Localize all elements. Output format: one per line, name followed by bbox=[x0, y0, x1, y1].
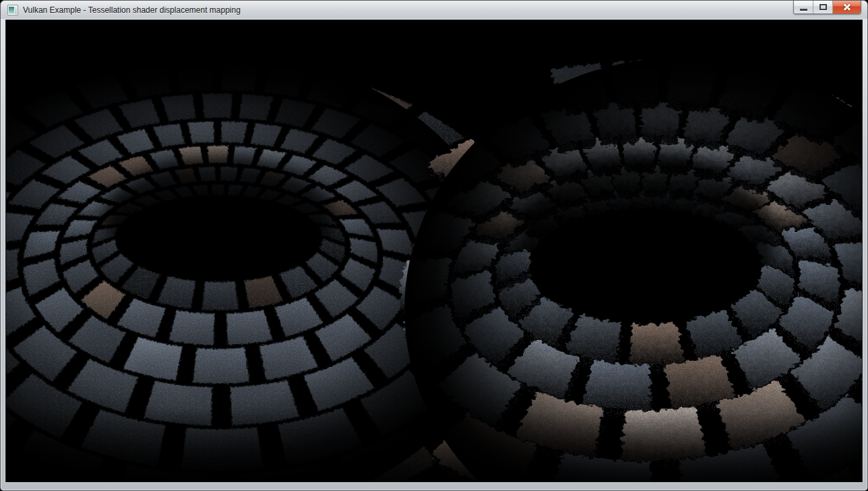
minimize-button[interactable] bbox=[794, 1, 813, 13]
close-button[interactable] bbox=[833, 1, 861, 13]
minimize-icon bbox=[800, 9, 807, 11]
app-icon-strip bbox=[15, 7, 17, 14]
maximize-button[interactable] bbox=[813, 1, 833, 13]
close-icon bbox=[842, 3, 852, 12]
window: Vulkan Example - Tessellation shader dis… bbox=[0, 0, 868, 491]
tessellation-render bbox=[6, 20, 862, 482]
window-controls bbox=[793, 1, 861, 14]
maximize-icon bbox=[819, 4, 827, 10]
app-icon[interactable] bbox=[7, 5, 18, 16]
titlebar[interactable]: Vulkan Example - Tessellation shader dis… bbox=[1, 1, 867, 19]
vulkan-viewport[interactable] bbox=[5, 20, 863, 482]
window-title: Vulkan Example - Tessellation shader dis… bbox=[23, 5, 241, 15]
app-icon-pane bbox=[9, 7, 14, 14]
